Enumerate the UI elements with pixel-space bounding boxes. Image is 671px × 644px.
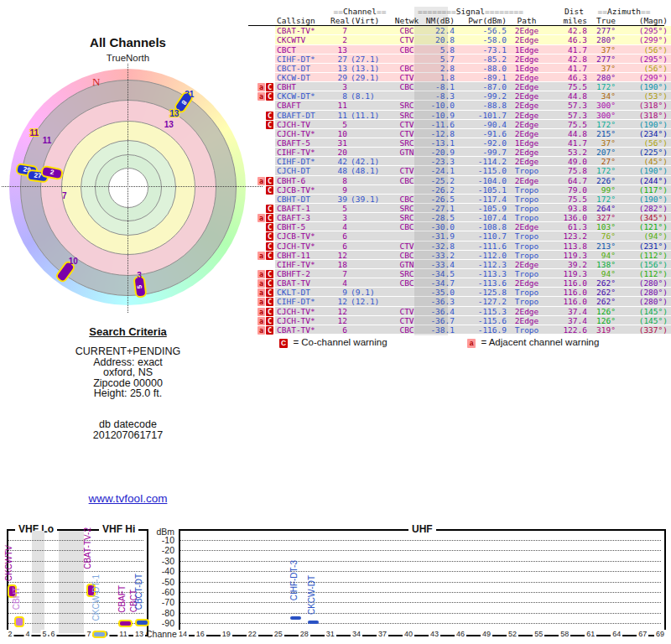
- channel-tick-label: 22: [247, 630, 258, 638]
- cell-network: CTV: [393, 242, 421, 250]
- cell-azimuth-true: 94°: [587, 269, 616, 278]
- adjacent-channel-warning-icon: a: [257, 177, 265, 185]
- cell-power: -116.9: [455, 325, 507, 334]
- cell-path: Tropo: [507, 288, 547, 296]
- cell-miles: 41.7: [547, 64, 587, 72]
- co-channel-warning-icon: C: [266, 326, 273, 335]
- table-row: CCJCH-TV*6CTV-32.8-111.6Tropo113.8213°(2…: [248, 242, 664, 251]
- cell-path: 2Edge: [507, 316, 547, 325]
- table-row: CBHT-DT39(39.1)CBC-26.5-117.4Tropo75.517…: [248, 195, 664, 204]
- cell-power: -85.2: [455, 55, 507, 63]
- cell-noise-margin: -8.3: [421, 91, 455, 100]
- cell-virtual-channel: [347, 82, 393, 91]
- cell-noise-margin: -11.6: [421, 120, 455, 128]
- channel-tick-label: 61: [585, 630, 596, 638]
- dbm-gridline: [8, 550, 143, 551]
- signal-bar-label: CBHT: [12, 587, 21, 610]
- cell-miles: 119.3: [547, 251, 587, 259]
- channel-tick-label: 16: [195, 630, 206, 638]
- cell-warning: aC: [248, 316, 275, 325]
- cell-real-channel: 4: [330, 222, 347, 231]
- dbm-tick-label: -20: [151, 545, 174, 555]
- co-channel-warning-icon: C: [266, 214, 273, 222]
- channel-tick-label: 37: [377, 630, 388, 638]
- cell-network: [393, 231, 421, 240]
- cell-warning: C: [248, 185, 275, 195]
- search-height: Height: 25.0 ft.: [34, 388, 222, 399]
- cell-warning: [248, 260, 275, 269]
- cell-azimuth-true: 277°: [587, 26, 616, 34]
- cell-warning: [248, 35, 275, 44]
- cell-noise-margin: -13.1: [421, 138, 455, 147]
- channel-tick-label: 31: [325, 630, 336, 638]
- cell-callsign: CBAFT-5: [275, 138, 330, 147]
- channel-tick-label: 46: [455, 630, 466, 638]
- cell-power: -125.8: [455, 288, 507, 296]
- cell-path: 2Edge: [507, 260, 547, 268]
- cell-virtual-channel: [347, 129, 393, 138]
- adjacent-channel-warning-icon: a: [257, 298, 265, 306]
- cell-miles: 37.4: [547, 307, 587, 315]
- dbm-gridline: [180, 613, 661, 614]
- cell-warning: [248, 55, 275, 64]
- row-band: CBCT13CBC5.8-73.11Edge41.737°(56°): [275, 45, 671, 55]
- col-nm: NM(dB): [421, 16, 455, 25]
- dbm-gridline: [180, 540, 661, 541]
- cell-real-channel: 27: [330, 55, 347, 63]
- co-channel-warning-icon: C: [266, 223, 273, 231]
- radar-north-label: TrueNorth: [34, 53, 222, 63]
- radar-channel-label: 31: [185, 90, 194, 99]
- cell-virtual-channel: (39.1): [347, 195, 393, 203]
- cell-callsign: CJCH-TV: [275, 120, 330, 128]
- cell-azimuth-magnetic: (56°): [616, 138, 671, 147]
- cell-power: -91.6: [455, 129, 507, 138]
- cell-noise-margin: -30.0: [421, 222, 455, 231]
- adjacent-channel-warning-icon: a: [257, 288, 265, 297]
- cell-azimuth-true: 300°: [587, 111, 616, 119]
- cell-callsign: CJCH-TV*: [275, 307, 330, 315]
- table-row: aCCBAFT-33SRC-28.5-107.4Tropo136.0327°(3…: [248, 213, 664, 222]
- cell-miles: 44.8: [547, 91, 587, 100]
- adjacent-channel-warning-icon: a: [257, 326, 265, 335]
- cell-power: -113.6: [455, 278, 507, 287]
- col-virt: (Virt): [347, 16, 393, 25]
- tvfool-link[interactable]: www.tvfool.com: [34, 492, 222, 505]
- cell-miles: 93.8: [547, 204, 587, 212]
- row-band: CJCH-TV*6CTV-32.8-111.6Tropo113.8213°(23…: [275, 242, 671, 251]
- cell-azimuth-magnetic: (225°): [616, 148, 671, 156]
- channel-tick-label: 40: [403, 630, 414, 638]
- cell-virtual-channel: (12.1): [347, 297, 393, 305]
- dbm-gridline: [8, 540, 143, 541]
- cell-azimuth-magnetic: (280°): [616, 297, 671, 305]
- cell-real-channel: 8: [330, 176, 347, 184]
- channel-tick-label: 6: [49, 630, 56, 638]
- radar-east-west-axis: [2, 186, 263, 187]
- cell-noise-margin: -36.4: [421, 307, 455, 315]
- cell-miles: 46.3: [547, 73, 587, 81]
- cell-network: GTN: [393, 148, 421, 156]
- co-channel-warning-icon: C: [266, 252, 273, 260]
- cell-azimuth-true: 103°: [587, 222, 616, 231]
- cell-callsign: CJCH-DT: [275, 166, 330, 174]
- radar-channel-label: 13: [164, 119, 174, 128]
- tvfool-report-page: All Channels TrueNorth N 829272531131311…: [0, 0, 671, 644]
- search-criteria-heading: Search Criteria: [34, 325, 222, 338]
- cell-real-channel: 5: [330, 120, 347, 128]
- cell-noise-margin: -24.1: [421, 166, 455, 174]
- cell-real-channel: 11: [330, 101, 347, 109]
- cell-callsign: CBCT-DT: [275, 64, 330, 72]
- cell-warning: C: [248, 204, 275, 213]
- signal-bar-label: CIHF-DT-3: [289, 560, 299, 600]
- signal-bar-label: CBAFT: [117, 585, 127, 613]
- cell-virtual-channel: [347, 260, 393, 268]
- cell-azimuth-magnetic: (45°): [616, 157, 671, 165]
- cell-power: -105.9: [455, 204, 507, 212]
- cell-azimuth-true: 262°: [587, 278, 616, 287]
- cell-noise-margin: -32.8: [421, 242, 455, 250]
- cell-callsign: CBHFT-2: [275, 269, 330, 278]
- cell-real-channel: 13: [330, 64, 347, 72]
- cell-real-channel: 4: [330, 278, 347, 287]
- cell-virtual-channel: [347, 138, 393, 147]
- uhf-plot-box: [179, 529, 666, 636]
- cell-warning: aC: [248, 91, 275, 101]
